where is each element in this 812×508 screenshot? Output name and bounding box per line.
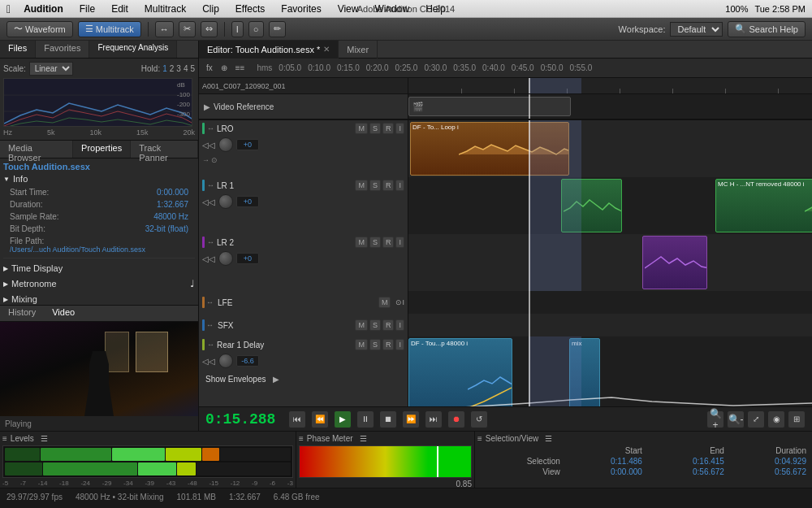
zoom-reset-btn[interactable]: ◉: [767, 410, 785, 428]
lro-expand[interactable]: ↔: [207, 124, 214, 132]
view-duration[interactable]: 0:56.672: [728, 467, 810, 477]
track-expand-icon[interactable]: ▶: [204, 102, 210, 111]
record-btn[interactable]: ⏺: [447, 410, 465, 428]
move-tool-btn[interactable]: ↔: [155, 21, 174, 37]
rear1-volume[interactable]: -6.6: [236, 355, 259, 367]
lasso-tool-btn[interactable]: ○: [248, 21, 264, 37]
fx-insert-btn[interactable]: ⊕: [218, 63, 230, 73]
razor-tool-btn[interactable]: ✂: [179, 21, 196, 37]
rear1-input[interactable]: I: [395, 339, 404, 350]
lro-volume[interactable]: +0: [236, 139, 259, 150]
sfx-input[interactable]: I: [395, 319, 404, 331]
fx-btn[interactable]: fx: [204, 63, 215, 73]
selection-start[interactable]: 0:11.486: [564, 456, 646, 467]
levels-menu-icon[interactable]: ☰: [41, 434, 48, 443]
waveform-btn[interactable]: 〜 Waveform: [6, 21, 73, 37]
show-envelopes-btn[interactable]: Show Envelopes: [202, 373, 270, 385]
mixer-tab[interactable]: Mixer: [339, 41, 378, 59]
hold-5[interactable]: 5: [190, 64, 195, 73]
clip-menu[interactable]: Clip: [199, 2, 222, 16]
rear1-record[interactable]: R: [382, 339, 395, 350]
rear1-solo[interactable]: S: [369, 339, 381, 350]
track-panner-tab[interactable]: Track Panner: [131, 141, 198, 158]
video-tab[interactable]: Video: [44, 306, 83, 321]
lfe-expand[interactable]: ↔: [206, 298, 214, 306]
hold-3[interactable]: 3: [176, 64, 181, 73]
hold-4[interactable]: 4: [184, 64, 188, 73]
show-envelopes-arrow[interactable]: ▶: [273, 375, 279, 384]
lro-record[interactable]: R: [382, 123, 395, 134]
sfx-mute[interactable]: M: [355, 319, 368, 331]
lr2-solo[interactable]: S: [369, 237, 381, 248]
lr1-pan-knob[interactable]: [218, 194, 233, 209]
lr2-input[interactable]: I: [395, 237, 404, 248]
lro-solo[interactable]: S: [369, 123, 381, 134]
lr1-record[interactable]: R: [382, 180, 395, 191]
lr1-lane[interactable]: MC H - ...NT removed 48000 i: [408, 177, 812, 234]
rear1-lane[interactable]: DF - Tou...p 48000 i mix: [408, 336, 812, 406]
lfe-mute[interactable]: M: [378, 297, 391, 308]
rear1-expand[interactable]: ↔: [207, 341, 214, 349]
loop-btn[interactable]: ↺: [470, 410, 488, 428]
view-end[interactable]: 0:56.672: [646, 467, 728, 477]
lr1-solo[interactable]: S: [369, 180, 381, 191]
stop-btn[interactable]: ⏹: [379, 410, 397, 428]
metronome-header[interactable]: ▶ Metronome ♩: [3, 276, 195, 292]
lro-lane[interactable]: DF - To... Loop i: [408, 120, 812, 177]
sfx-lane[interactable]: [408, 314, 812, 336]
lr2-volume[interactable]: +0: [236, 253, 259, 264]
hold-2[interactable]: 2: [170, 64, 175, 73]
lfe-lane[interactable]: [408, 291, 812, 314]
lro-input[interactable]: I: [395, 123, 404, 134]
lr2-record[interactable]: R: [382, 237, 395, 248]
view-start[interactable]: 0:00.000: [564, 467, 646, 477]
edit-menu[interactable]: Edit: [108, 2, 132, 16]
effects-menu[interactable]: Effects: [232, 2, 268, 16]
rewind-to-end-btn[interactable]: ⏭: [425, 410, 443, 428]
zoom-undo-btn[interactable]: ⊞: [788, 410, 806, 428]
lr2-expand[interactable]: ↔: [207, 238, 214, 246]
fx-bus-btn[interactable]: ≡≡: [233, 63, 248, 73]
hold-1[interactable]: 1: [162, 64, 167, 73]
workspace-select[interactable]: Default: [670, 22, 723, 37]
favorites-tab[interactable]: Favorites: [36, 41, 89, 58]
mixing-header[interactable]: ▶ Mixing: [3, 292, 195, 305]
sfx-record[interactable]: R: [382, 319, 395, 331]
info-section-header[interactable]: ▼ Info: [3, 172, 195, 186]
play-btn[interactable]: ▶: [334, 410, 352, 428]
media-browser-tab[interactable]: Media Browser: [0, 141, 73, 158]
time-display-header[interactable]: ▶ Time Display: [3, 261, 195, 276]
sfx-solo[interactable]: S: [369, 319, 381, 331]
lr1-input[interactable]: I: [395, 180, 404, 191]
freq-analysis-tab[interactable]: Frequency Analysis: [89, 41, 177, 58]
app-name-menu[interactable]: Audition: [20, 2, 67, 16]
rear1-mute[interactable]: M: [355, 339, 368, 350]
lr1-expand[interactable]: ↔: [207, 181, 214, 189]
draw-tool-btn[interactable]: ✏: [269, 21, 286, 37]
search-help-btn[interactable]: 🔍 Search Help: [728, 21, 806, 37]
freq-scale-select[interactable]: Linear: [29, 62, 73, 76]
pause-btn[interactable]: ⏸: [356, 410, 374, 428]
lro-mute[interactable]: M: [355, 123, 368, 134]
multitrack-btn[interactable]: ☰ Multitrack: [78, 21, 141, 37]
selection-menu-icon[interactable]: ☰: [545, 434, 552, 443]
rear1-pan-knob[interactable]: [218, 354, 233, 368]
lr1-mute[interactable]: M: [355, 180, 368, 191]
video-clip[interactable]: 🎬: [408, 97, 571, 116]
rewind-to-start-btn[interactable]: ⏮: [288, 410, 306, 428]
apple-menu[interactable]: : [6, 2, 11, 15]
lr1-volume[interactable]: +0: [236, 196, 259, 207]
zoom-in-btn[interactable]: 🔍+: [706, 410, 724, 428]
prev-btn[interactable]: ⏪: [311, 410, 329, 428]
favorites-menu[interactable]: Favorites: [278, 2, 324, 16]
files-tab[interactable]: Files: [0, 41, 36, 58]
lr2-pan-knob[interactable]: [218, 251, 233, 266]
sfx-expand[interactable]: ↔: [206, 321, 214, 329]
history-tab[interactable]: History: [0, 306, 44, 321]
lro-pan-knob[interactable]: [218, 137, 233, 152]
editor-tab[interactable]: Editor: Touch Audition.sesx * ✕: [199, 41, 339, 59]
lr2-mute[interactable]: M: [355, 237, 368, 248]
zoom-fit-btn[interactable]: ⤢: [747, 410, 765, 428]
scrollable-tracks[interactable]: ▶ Video Reference 🎬: [199, 94, 812, 406]
phase-menu-icon[interactable]: ☰: [360, 434, 367, 443]
